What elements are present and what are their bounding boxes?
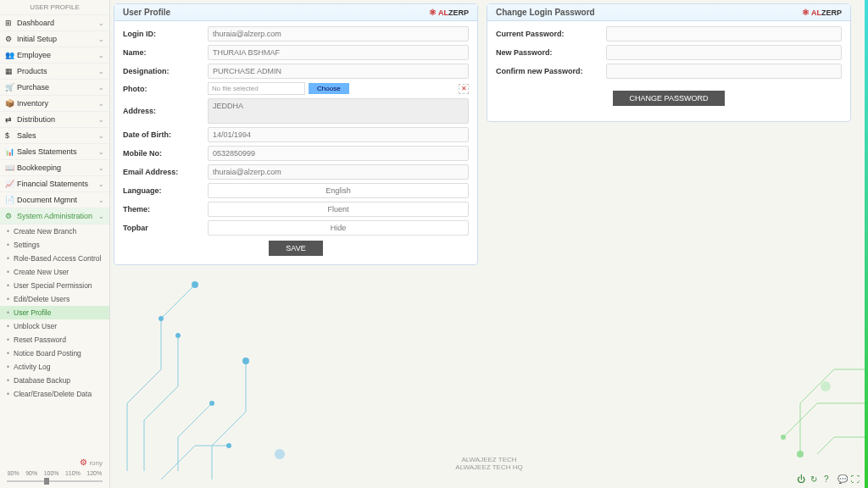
sub-item-create-new-user[interactable]: Create New User	[0, 265, 109, 279]
change-password-button[interactable]: CHANGE PASSWORD	[613, 91, 726, 106]
address-label: Address:	[123, 107, 208, 115]
sub-item-role-based-access-control[interactable]: Role-Based Access Control	[0, 252, 109, 265]
svg-point-5	[226, 443, 231, 448]
footer-text: ALWAJEEZ TECHALWAJEEZ TECH HQ	[455, 456, 522, 471]
designation-label: Designation:	[123, 67, 208, 75]
chevron-icon: ⌄	[98, 116, 104, 124]
sidebar-item-label: Document Mgmnt	[17, 196, 98, 204]
power-icon[interactable]: ⏻	[797, 474, 807, 485]
sidebar-item-label: Financial Statements	[17, 180, 98, 188]
dob-input[interactable]	[208, 127, 469, 142]
chevron-icon: ⌄	[98, 132, 104, 140]
sidebar-item-system-administration[interactable]: ⚙System Administration⌄	[0, 208, 109, 225]
sidebar-item-label: Purchase	[17, 83, 98, 92]
choose-file-button[interactable]: Choose	[309, 83, 349, 94]
chevron-icon: ⌄	[98, 213, 104, 220]
sub-item-user-profile[interactable]: User Profile	[0, 306, 109, 319]
sub-item-notice-board-posting[interactable]: Notice Board Posting	[0, 347, 109, 360]
menu-icon: ⚙	[5, 35, 14, 43]
menu-icon: ▦	[5, 67, 14, 75]
save-button[interactable]: SAVE	[269, 241, 322, 256]
user-profile-panel: User Profile ⚛ ALZERP Login ID: Name: De…	[114, 3, 478, 265]
sidebar-footer: ⚙ rony 80%90%100%110%120%	[0, 452, 109, 488]
confirm-password-input[interactable]	[606, 64, 842, 79]
new-password-input[interactable]	[606, 45, 842, 60]
svg-point-8	[781, 435, 786, 440]
chat-icon[interactable]: 💬	[837, 474, 848, 485]
sub-item-unblock-user[interactable]: Unblock User	[0, 319, 109, 333]
language-select[interactable]: English	[208, 183, 469, 198]
mobile-input[interactable]	[208, 146, 469, 161]
topbar-select[interactable]: Hide	[208, 220, 469, 236]
broken-image-icon: ✕	[459, 84, 469, 94]
sub-item-create-new-branch[interactable]: Create New Branch	[0, 225, 109, 238]
login-id-input[interactable]	[208, 26, 469, 42]
zoom-slider[interactable]	[3, 478, 106, 485]
name-input[interactable]	[208, 45, 469, 60]
username: rony	[89, 459, 103, 467]
menu-icon: 👥	[5, 51, 14, 59]
menu-icon: 📄	[5, 196, 14, 204]
chevron-icon: ⌄	[98, 52, 104, 59]
sidebar-header: USER PROFILE	[0, 0, 109, 15]
panel-title: Change Login Password	[496, 8, 595, 17]
sub-item-activity-log[interactable]: Activity Log	[0, 360, 109, 374]
new-password-label: New Password:	[496, 48, 606, 57]
sidebar-item-document-mgmnt[interactable]: 📄Document Mgmnt⌄	[0, 192, 109, 208]
login-id-label: Login ID:	[123, 30, 208, 38]
logo: ⚛ ALZERP	[802, 8, 842, 17]
sub-item-reset-password[interactable]: Reset Password	[0, 333, 109, 347]
sidebar-item-products[interactable]: ▦Products⌄	[0, 64, 109, 80]
sidebar-item-sales-statements[interactable]: 📊Sales Statements⌄	[0, 144, 109, 160]
theme-select[interactable]: Fluent	[208, 202, 469, 217]
sidebar-item-label: Inventory	[17, 99, 98, 108]
sidebar-item-employee[interactable]: 👥Employee⌄	[0, 47, 109, 64]
sidebar-item-financial-statements[interactable]: 📈Financial Statements⌄	[0, 176, 109, 192]
sidebar-item-bookkeeping[interactable]: 📖Bookkeeping⌄	[0, 160, 109, 176]
svg-point-4	[242, 358, 249, 364]
sidebar-item-label: System Administration	[17, 212, 98, 220]
sub-item-edit-delete-users[interactable]: Edit/Delete Users	[0, 292, 109, 306]
email-input[interactable]	[208, 164, 469, 180]
refresh-icon[interactable]: ↻	[810, 474, 821, 485]
zoom-controls[interactable]: 80%90%100%110%120%	[3, 469, 106, 478]
sub-item-database-backup[interactable]: Database Backup	[0, 374, 109, 387]
language-label: Language:	[123, 186, 208, 195]
current-password-input[interactable]	[606, 26, 842, 42]
address-input[interactable]: JEDDHA	[208, 98, 469, 124]
photo-label: Photo:	[123, 85, 208, 93]
menu-icon: 📦	[5, 99, 14, 108]
sidebar-item-label: Products	[17, 67, 98, 75]
sub-item-settings[interactable]: Settings	[0, 238, 109, 252]
sub-item-clear-erase-delete-data[interactable]: Clear/Erase/Delete Data	[0, 387, 109, 401]
logo: ⚛ ALZERP	[429, 8, 469, 17]
menu-icon: ⊞	[5, 19, 14, 27]
sidebar-item-label: Initial Setup	[17, 35, 98, 43]
sub-item-user-special-permission[interactable]: User Special Permission	[0, 279, 109, 292]
sidebar-item-inventory[interactable]: 📦Inventory⌄	[0, 96, 109, 112]
chevron-icon: ⌄	[98, 19, 104, 27]
sidebar-item-label: Sales Statements	[17, 147, 98, 156]
menu-icon: 📊	[5, 147, 14, 156]
sidebar-item-sales[interactable]: $Sales⌄	[0, 128, 109, 144]
svg-point-6	[275, 449, 285, 459]
chevron-icon: ⌄	[98, 68, 104, 75]
help-icon[interactable]: ?	[824, 474, 834, 485]
file-status: No file selected	[208, 82, 305, 95]
svg-point-0	[192, 281, 198, 288]
svg-point-3	[209, 401, 214, 406]
designation-input[interactable]	[208, 64, 469, 79]
sidebar-item-distribution[interactable]: ⇄Distribution⌄	[0, 112, 109, 128]
sidebar-item-label: Sales	[17, 131, 98, 140]
sidebar-item-purchase[interactable]: 🛒Purchase⌄	[0, 80, 109, 96]
expand-icon[interactable]: ⛶	[851, 474, 861, 485]
menu-icon: 📖	[5, 164, 14, 172]
chevron-icon: ⌄	[98, 100, 104, 108]
sidebar-item-initial-setup[interactable]: ⚙Initial Setup⌄	[0, 31, 109, 47]
sidebar-item-label: Employee	[17, 51, 98, 59]
sidebar-item-dashboard[interactable]: ⊞Dashboard⌄	[0, 15, 109, 31]
topbar-label: Topbar	[123, 224, 208, 232]
chevron-icon: ⌄	[98, 197, 104, 204]
email-label: Email Address:	[123, 168, 208, 176]
menu-icon: ⚙	[5, 212, 14, 220]
